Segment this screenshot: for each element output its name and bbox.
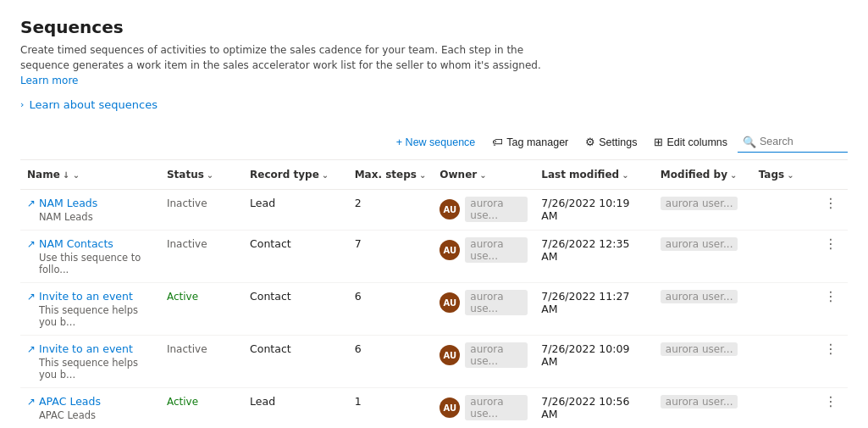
record-type-value: Lead bbox=[250, 395, 275, 408]
cell-tags bbox=[752, 283, 814, 336]
sequence-name-link[interactable]: ↗ NAM Contacts bbox=[27, 237, 153, 250]
cell-max-steps: 6 bbox=[348, 283, 434, 336]
learn-more-label: Learn about sequences bbox=[29, 98, 158, 111]
col-header-actions bbox=[814, 160, 848, 190]
sequence-icon: ↗ bbox=[27, 197, 36, 209]
toolbar: + New sequence 🏷 Tag manager ⚙ Settings … bbox=[20, 125, 848, 160]
max-steps-value: 2 bbox=[355, 197, 362, 209]
owner-cell: AU aurora use... bbox=[440, 395, 528, 420]
cell-record-type: Contact bbox=[243, 231, 348, 283]
cell-name: ↗ NAM Contacts Use this sequence to foll… bbox=[20, 231, 160, 283]
sequence-subtitle: APAC Leads bbox=[27, 409, 153, 421]
avatar: AU bbox=[440, 292, 460, 313]
record-type-value: Lead bbox=[250, 197, 275, 209]
cell-max-steps: 6 bbox=[348, 336, 434, 388]
owner-sort-icon: ⌄ bbox=[479, 170, 486, 180]
sequence-name-link[interactable]: ↗ Invite to an event bbox=[27, 290, 153, 303]
gear-icon: ⚙ bbox=[585, 136, 595, 148]
cell-status: Active bbox=[160, 388, 243, 429]
record-type-value: Contact bbox=[250, 237, 291, 250]
cell-actions: ⋮ bbox=[814, 231, 848, 283]
col-header-record-type[interactable]: Record type ⌄ bbox=[243, 160, 348, 190]
cell-owner: AU aurora use... bbox=[433, 283, 534, 336]
modified-by-value: aurora user... bbox=[661, 342, 738, 356]
cell-actions: ⋮ bbox=[814, 283, 848, 336]
cell-modified-by: aurora user... bbox=[654, 336, 752, 388]
cell-status: Inactive bbox=[160, 336, 243, 388]
col-header-name[interactable]: Name ↓ ⌄ bbox=[20, 160, 160, 190]
search-icon: 🔍 bbox=[743, 136, 756, 148]
sequence-name: Invite to an event bbox=[39, 290, 133, 303]
table-row: ↗ APAC Leads APAC Leads Active Lead 1 AU… bbox=[20, 388, 848, 429]
cell-tags bbox=[752, 388, 814, 429]
last-modified-value: 7/26/2022 10:19 AM bbox=[541, 197, 629, 222]
row-more-button[interactable]: ⋮ bbox=[821, 339, 841, 359]
learn-more-link[interactable]: Learn more bbox=[20, 75, 78, 86]
last-modified-value: 7/26/2022 11:27 AM bbox=[541, 290, 629, 315]
cell-tags bbox=[752, 336, 814, 388]
cell-name: ↗ APAC Leads APAC Leads bbox=[20, 388, 160, 429]
row-more-button[interactable]: ⋮ bbox=[821, 193, 841, 213]
owner-name: aurora use... bbox=[465, 290, 528, 315]
col-header-tags[interactable]: Tags ⌄ bbox=[752, 160, 814, 190]
sequence-name: NAM Leads bbox=[39, 197, 97, 209]
max-steps-value: 6 bbox=[355, 290, 362, 303]
recordtype-sort-icon: ⌄ bbox=[322, 170, 329, 180]
tag-manager-button[interactable]: 🏷 Tag manager bbox=[485, 131, 575, 153]
col-header-modified-by[interactable]: Modified by ⌄ bbox=[654, 160, 752, 190]
cell-last-modified: 7/26/2022 12:35 AM bbox=[534, 231, 654, 283]
edit-columns-button[interactable]: ⊞ Edit columns bbox=[647, 131, 734, 153]
owner-cell: AU aurora use... bbox=[440, 342, 528, 368]
col-header-owner[interactable]: Owner ⌄ bbox=[433, 160, 534, 190]
last-modified-value: 7/26/2022 10:09 AM bbox=[541, 342, 629, 368]
row-more-button[interactable]: ⋮ bbox=[821, 234, 841, 253]
row-more-button[interactable]: ⋮ bbox=[821, 286, 841, 306]
owner-name: aurora use... bbox=[465, 342, 528, 368]
tag-manager-label: Tag manager bbox=[506, 136, 568, 148]
max-steps-value: 6 bbox=[355, 342, 362, 355]
table-row: ↗ NAM Leads NAM Leads Inactive Lead 2 AU… bbox=[20, 190, 848, 231]
row-more-button[interactable]: ⋮ bbox=[821, 392, 841, 411]
col-header-max-steps[interactable]: Max. steps ⌄ bbox=[348, 160, 434, 190]
sequence-name-link[interactable]: ↗ NAM Leads bbox=[27, 197, 153, 209]
col-header-status[interactable]: Status ⌄ bbox=[160, 160, 243, 190]
sequence-icon: ↗ bbox=[27, 291, 36, 303]
last-modified-value: 7/26/2022 10:56 AM bbox=[541, 395, 629, 420]
learn-more-toggle[interactable]: › Learn about sequences bbox=[20, 98, 848, 111]
sequence-subtitle: NAM Leads bbox=[27, 211, 153, 223]
cell-name: ↗ Invite to an event This sequence helps… bbox=[20, 283, 160, 336]
cell-record-type: Contact bbox=[243, 336, 348, 388]
cell-record-type: Lead bbox=[243, 190, 348, 231]
page-container: Sequences Create timed sequences of acti… bbox=[0, 0, 868, 428]
search-box: 🔍 bbox=[738, 132, 848, 153]
cell-modified-by: aurora user... bbox=[654, 283, 752, 336]
maxsteps-sort-icon: ⌄ bbox=[419, 170, 426, 180]
cell-max-steps: 1 bbox=[348, 388, 434, 429]
table-row: ↗ Invite to an event This sequence helps… bbox=[20, 336, 848, 388]
owner-cell: AU aurora use... bbox=[440, 237, 528, 263]
col-header-last-modified[interactable]: Last modified ⌄ bbox=[534, 160, 654, 190]
modified-by-value: aurora user... bbox=[661, 197, 738, 210]
owner-name: aurora use... bbox=[465, 237, 528, 263]
sequence-subtitle: This sequence helps you b... bbox=[27, 357, 153, 381]
search-input[interactable] bbox=[760, 136, 843, 147]
cell-actions: ⋮ bbox=[814, 190, 848, 231]
cell-last-modified: 7/26/2022 11:27 AM bbox=[534, 283, 654, 336]
cell-modified-by: aurora user... bbox=[654, 388, 752, 429]
avatar: AU bbox=[440, 397, 460, 418]
chevron-right-icon: › bbox=[20, 99, 24, 110]
modified-by-value: aurora user... bbox=[661, 237, 738, 251]
settings-button[interactable]: ⚙ Settings bbox=[578, 131, 644, 153]
cell-record-type: Contact bbox=[243, 283, 348, 336]
avatar: AU bbox=[440, 240, 460, 260]
new-sequence-label: + New sequence bbox=[396, 136, 475, 148]
sequence-name-link[interactable]: ↗ Invite to an event bbox=[27, 342, 153, 355]
avatar: AU bbox=[440, 345, 460, 365]
cell-status: Inactive bbox=[160, 231, 243, 283]
cell-max-steps: 7 bbox=[348, 231, 434, 283]
cell-owner: AU aurora use... bbox=[433, 388, 534, 429]
tags-sort-icon: ⌄ bbox=[787, 170, 793, 180]
cell-status: Inactive bbox=[160, 190, 243, 231]
new-sequence-button[interactable]: + New sequence bbox=[390, 132, 482, 153]
sequence-name-link[interactable]: ↗ APAC Leads bbox=[27, 395, 153, 408]
